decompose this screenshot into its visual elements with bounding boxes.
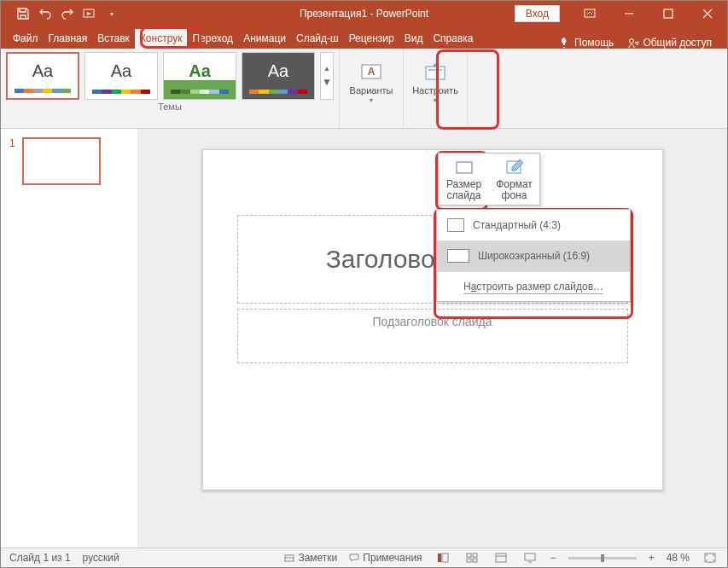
maximize-icon[interactable] (649, 1, 688, 26)
customize-label: Настроить (412, 85, 458, 96)
theme-thumbnail[interactable]: Aa (242, 52, 315, 100)
svg-rect-3 (664, 9, 673, 18)
aspect-4-3-icon (447, 218, 464, 232)
ribbon-body: Aa Aa Aa Aa ▲▼ Темы A Варианты▼ Настроит… (1, 49, 727, 129)
svg-rect-7 (426, 67, 445, 79)
tab-design[interactable]: Конструк (135, 29, 188, 49)
aspect-16-9-icon (447, 249, 469, 263)
title-bar: ▾ Презентация1 - PowerPoint Вход (1, 1, 727, 26)
svg-rect-15 (467, 554, 471, 557)
variants-label: Варианты (350, 85, 393, 96)
tab-transitions[interactable]: Переход (187, 29, 238, 49)
tab-animations[interactable]: Анимаци (238, 29, 291, 49)
theme-thumbnail[interactable]: Aa (163, 52, 236, 100)
qat-more-icon[interactable]: ▾ (105, 7, 119, 20)
format-background-button[interactable]: Формат фона (489, 154, 539, 205)
notes-toggle[interactable]: Заметки (284, 552, 337, 564)
svg-rect-16 (473, 554, 477, 557)
zoom-in-button[interactable]: + (649, 552, 655, 564)
svg-text:A: A (368, 66, 376, 78)
svg-rect-21 (525, 554, 535, 560)
zoom-out-button[interactable]: − (550, 552, 556, 564)
svg-rect-14 (442, 554, 448, 562)
slide-editor[interactable]: Заголовок слайда Подзаголовок слайда (137, 129, 727, 548)
share-label: Общий доступ (643, 37, 712, 49)
thumbnail-row[interactable]: 1 (9, 137, 129, 185)
zoom-slider[interactable] (568, 557, 637, 559)
theme-thumbnail[interactable]: Aa (6, 52, 79, 100)
theme-thumbnail[interactable]: Aa (84, 52, 158, 100)
svg-rect-1 (585, 9, 595, 17)
status-language[interactable]: русский (83, 552, 119, 564)
subtitle-placeholder[interactable]: Подзаголовок слайда (237, 309, 628, 363)
ribbon-display-icon[interactable] (570, 1, 609, 26)
signin-button[interactable]: Вход (515, 5, 560, 22)
slideshow-view-icon[interactable] (521, 553, 539, 563)
svg-rect-18 (473, 559, 477, 562)
comments-toggle[interactable]: Примечания (349, 552, 422, 564)
workspace: 1 Заголовок слайда Подзаголовок слайда (1, 129, 727, 548)
slide-sorter-icon[interactable] (463, 553, 480, 563)
svg-rect-17 (467, 559, 471, 562)
tab-slideshow[interactable]: Слайд-ш (291, 29, 344, 49)
thumbnail[interactable] (22, 137, 101, 185)
slide-size-menu: Стандартный (4:3) Широкоэкранный (16:9) … (436, 209, 631, 302)
group-variants: A Варианты▼ (340, 49, 404, 128)
svg-rect-19 (496, 554, 506, 562)
svg-rect-13 (438, 554, 441, 562)
tab-view[interactable]: Вид (399, 29, 428, 49)
menu-item-label: Широкоэкранный (16:9) (478, 250, 590, 262)
reading-view-icon[interactable] (492, 553, 510, 563)
group-customize: Настроить▼ (404, 49, 468, 128)
zoom-level[interactable]: 48 % (667, 552, 690, 564)
slide-size-label: Размер слайда (446, 179, 481, 201)
undo-icon[interactable] (38, 7, 52, 20)
minimize-icon[interactable] (609, 1, 649, 26)
fit-to-window-icon[interactable] (702, 553, 719, 563)
slide-canvas[interactable]: Заголовок слайда Подзаголовок слайда (202, 149, 663, 490)
share-button[interactable]: Общий доступ (620, 37, 719, 49)
group-themes: Aa Aa Aa Aa ▲▼ Темы (1, 49, 340, 128)
svg-rect-8 (428, 69, 442, 71)
variants-button[interactable]: A Варианты▼ (345, 52, 398, 112)
tab-insert[interactable]: Вставк (92, 29, 135, 49)
tab-help[interactable]: Справка (428, 29, 478, 49)
status-bar: Слайд 1 из 1 русский Заметки Примечания … (1, 548, 727, 567)
menu-item-custom-size[interactable]: Настроить размер слайдов… (437, 272, 630, 301)
tab-file[interactable]: Файл (8, 29, 44, 49)
save-icon[interactable] (16, 7, 30, 20)
menu-item-widescreen[interactable]: Широкоэкранный (16:9) (437, 241, 630, 271)
format-background-label: Формат фона (496, 179, 533, 201)
normal-view-icon[interactable] (434, 553, 451, 563)
tab-home[interactable]: Главная (44, 29, 93, 49)
close-icon[interactable] (688, 1, 727, 26)
tell-me-button[interactable]: Помощь (552, 37, 620, 49)
group-label: Темы (158, 100, 182, 114)
redo-icon[interactable] (61, 7, 74, 20)
tell-me-label: Помощь (574, 37, 614, 49)
quick-access-toolbar: ▾ (1, 7, 119, 20)
customize-button[interactable]: Настроить▼ (409, 52, 462, 112)
start-from-beginning-icon[interactable] (83, 7, 96, 20)
slide-size-button[interactable]: Размер слайда (439, 154, 489, 205)
menu-item-label: Стандартный (4:3) (473, 219, 561, 231)
ribbon-tabs: Файл Главная Вставк Конструк Переход Ани… (1, 26, 727, 49)
menu-item-standard[interactable]: Стандартный (4:3) (437, 210, 630, 241)
customize-dropdown-panel: Размер слайда Формат фона (438, 153, 540, 206)
slide-thumbnails-pane[interactable]: 1 (1, 129, 137, 548)
status-slide-count[interactable]: Слайд 1 из 1 (9, 552, 71, 564)
tab-review[interactable]: Рецензир (344, 29, 399, 49)
svg-rect-9 (457, 162, 472, 173)
thumbnail-number: 1 (9, 137, 15, 185)
themes-more-button[interactable]: ▲▼ (320, 52, 334, 100)
svg-point-4 (630, 39, 634, 43)
